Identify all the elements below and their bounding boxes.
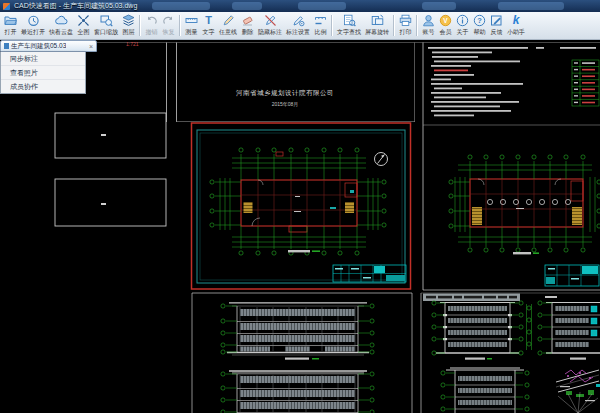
- sections-sheet[interactable]: [423, 294, 600, 413]
- title-block: [333, 265, 406, 282]
- toolbar-button-hide-markup[interactable]: 隐藏标注: [256, 13, 284, 37]
- toolbar-button-about[interactable]: 关于: [454, 13, 471, 37]
- dimension-marks: [441, 371, 455, 411]
- side-panel-item-2[interactable]: 查看照片: [1, 66, 85, 80]
- toolbar-button-layers[interactable]: 图层: [120, 13, 137, 37]
- toolbar-button-label: 窗口缩放: [94, 28, 118, 37]
- toolbar-button-window-zoom[interactable]: 窗口缩放: [92, 13, 120, 37]
- screen-rotate-icon: [371, 14, 384, 27]
- selected-annotation[interactable]: [423, 294, 520, 302]
- toolbar-button-cloud-drive[interactable]: 快看云盘: [47, 13, 75, 37]
- toolbar-button-eraser[interactable]: 删除: [239, 13, 256, 37]
- elevations-sheet[interactable]: [221, 303, 374, 413]
- toolbar-button-free-line[interactable]: 任意线: [217, 13, 239, 37]
- toolbar-button-open-file[interactable]: 打开: [2, 13, 19, 37]
- document-tab-label: 生产车间建筑05.03: [11, 42, 66, 51]
- cloud-drive-icon: [55, 14, 68, 27]
- toolbar-button-measure[interactable]: 测量: [183, 13, 200, 37]
- side-panel: 同步标注查看照片成员协作: [0, 52, 86, 94]
- toolbar-button-redo[interactable]: 恢复: [160, 13, 177, 37]
- drawing-date-text: 2015年08月: [185, 101, 385, 107]
- floor-plan-sheet-2[interactable]: [449, 155, 600, 286]
- layers-icon: [122, 14, 135, 27]
- titlebar-highlight: [422, 2, 456, 10]
- toolbar-button-assistant[interactable]: k小助手: [505, 13, 527, 37]
- dimension-marks: [458, 227, 592, 252]
- side-panel-item-1[interactable]: 同步标注: [1, 52, 85, 66]
- toolbar-button-label: 小助手: [507, 28, 525, 37]
- toolbar-button-vip[interactable]: V会员: [437, 13, 454, 37]
- dimension-marks: [232, 148, 366, 180]
- toolbar-button-label: 测量: [186, 28, 198, 37]
- eraser-icon: [241, 14, 254, 27]
- toolbar-button-recent-files[interactable]: 最近打开: [19, 13, 47, 37]
- toolbar-button-label: 打印: [400, 28, 412, 37]
- toolbar-button-account[interactable]: 账号: [420, 13, 437, 37]
- hide-markup-icon: [264, 14, 277, 27]
- print-icon: [399, 14, 412, 27]
- dimension-marks: [458, 155, 592, 179]
- toolbar-button-print[interactable]: 打印: [397, 13, 414, 37]
- cover-sheet-1[interactable]: [55, 113, 166, 158]
- redo-icon: [162, 14, 175, 27]
- measure-icon: [185, 14, 198, 27]
- side-panel-item-3[interactable]: 成员协作: [1, 80, 85, 93]
- toolbar-button-label: 文字: [203, 28, 215, 37]
- floor-plan-sheet-selected[interactable]: [192, 123, 411, 289]
- fit-view-icon: [77, 14, 90, 27]
- toolbar-button-fit-view[interactable]: 全图: [75, 13, 92, 37]
- toolbar-button-label: 标注设置: [286, 28, 310, 37]
- dimension-marks: [357, 178, 386, 230]
- cover-sheet-2[interactable]: [55, 179, 166, 226]
- toolbar-button-label: 删除: [242, 28, 254, 37]
- toolbar-divider: [416, 15, 418, 36]
- notes-sheet[interactable]: [428, 47, 599, 116]
- svg-text:V: V: [443, 17, 448, 24]
- toolbar-button-label: 隐藏标注: [258, 28, 282, 37]
- toolbar-button-label: 屏幕旋转: [365, 28, 389, 37]
- undo-icon: [145, 14, 158, 27]
- toolbar-button-label: 任意线: [219, 28, 237, 37]
- text-search-icon: [343, 14, 356, 27]
- toolbar-button-label: 比例: [315, 28, 327, 37]
- toolbar-button-label: 关于: [457, 28, 469, 37]
- plan-grid: [241, 180, 357, 226]
- markup-settings-icon: [292, 14, 305, 27]
- toolbar-button-text[interactable]: T文字: [200, 13, 217, 37]
- toolbar-button-label: 最近打开: [21, 28, 45, 37]
- toolbar-button-feedback[interactable]: 反馈: [488, 13, 505, 37]
- dimension-marks: [538, 301, 552, 355]
- dimension-marks: [358, 304, 374, 354]
- titlebar-highlight: [498, 2, 564, 10]
- titlebar-highlight: [298, 2, 346, 10]
- toolbar-button-label: 快看云盘: [49, 28, 73, 37]
- toolbar-button-text-search[interactable]: 文字查找: [335, 13, 363, 37]
- text-icon: T: [202, 14, 215, 27]
- roof-detail-drawing: [556, 370, 600, 413]
- zoom-scale-indicator: 1:721: [126, 41, 139, 47]
- tab-close-icon[interactable]: ×: [89, 43, 93, 50]
- dimension-marks: [221, 372, 237, 413]
- toolbar-button-markup-settings[interactable]: 标注设置: [284, 13, 312, 37]
- toolbar-button-label: 反馈: [491, 28, 503, 37]
- about-icon: [456, 14, 469, 27]
- toolbar-button-label: 会员: [440, 28, 452, 37]
- drawing-canvas[interactable]: 1:721 河南省城乡规划设计院有限公司 2015年08月: [0, 40, 600, 413]
- main-toolbar: 打开最近打开快看云盘全图窗口缩放图层撤销恢复测量T文字任意线删除隐藏标注标注设置…: [0, 12, 600, 40]
- toolbar-button-undo[interactable]: 撤销: [143, 13, 160, 37]
- toolbar-button-scale[interactable]: 比例: [312, 13, 329, 37]
- toolbar-button-help[interactable]: ?帮助: [471, 13, 488, 37]
- toolbar-button-screen-rotate[interactable]: 屏幕旋转: [363, 13, 391, 37]
- toolbar-button-label: 恢复: [163, 28, 175, 37]
- feedback-icon: [490, 14, 503, 27]
- toolbar-button-label: 打开: [5, 28, 17, 37]
- document-tab[interactable]: 生产车间建筑05.03 ×: [0, 40, 97, 52]
- toolbar-button-label: 账号: [423, 28, 435, 37]
- company-title-text: 河南省城乡规划设计院有限公司: [185, 89, 385, 98]
- open-file-icon: [4, 14, 17, 27]
- sheet-borders: [30, 43, 600, 413]
- notes-table: [572, 60, 599, 106]
- toolbar-divider: [179, 15, 181, 36]
- assistant-icon: k: [510, 14, 523, 27]
- dimension-marks: [515, 371, 529, 411]
